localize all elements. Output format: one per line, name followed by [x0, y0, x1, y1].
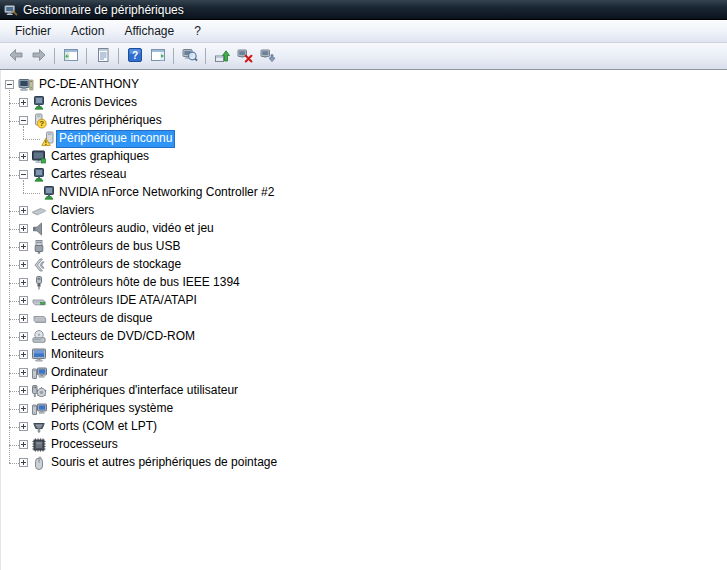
expander-plus-icon[interactable]: [19, 260, 28, 269]
toolbar-button-console-tree[interactable]: [59, 45, 82, 67]
tree-item-label[interactable]: Ports (COM et LPT): [48, 418, 160, 436]
audio-icon: [31, 221, 47, 237]
toolbar-button-update-driver[interactable]: [210, 45, 233, 67]
tree-item-label[interactable]: Acronis Devices: [48, 94, 140, 112]
scan-hardware-icon: [182, 47, 198, 66]
tree-item-label[interactable]: Contrôleurs de stockage: [48, 256, 184, 274]
toolbar-button-uninstall[interactable]: [233, 45, 256, 67]
tree-connector-line: [9, 283, 19, 284]
tree-row: NVIDIA nForce Networking Controller #2: [1, 184, 727, 202]
expander-plus-icon[interactable]: [19, 440, 28, 449]
tree-row: Contrôleurs audio, vidéo et jeu: [1, 220, 727, 238]
tree-row: ?Autres périphériques: [1, 112, 727, 130]
expander-plus-icon[interactable]: [19, 278, 28, 287]
tree-item-label[interactable]: Lecteurs de DVD/CD-ROM: [48, 328, 198, 346]
tree-connector-line: [9, 121, 19, 122]
toolbar-button-forward[interactable]: [27, 45, 50, 67]
tree-item-label[interactable]: Périphérique inconnu: [56, 130, 175, 148]
tree-item-label[interactable]: Lecteurs de disque: [48, 310, 155, 328]
processor-icon: [31, 437, 47, 453]
tree-row: Contrôleurs de bus USB: [1, 238, 727, 256]
menu-item-action[interactable]: Action: [61, 21, 114, 41]
expander-plus-icon[interactable]: [19, 368, 28, 377]
toolbar: ?: [0, 43, 727, 70]
tree-row: Contrôleurs de stockage: [1, 256, 727, 274]
expander-minus-icon[interactable]: [19, 170, 28, 179]
toolbar-button-properties[interactable]: [91, 45, 114, 67]
toolbar-button-scan-hardware[interactable]: [178, 45, 201, 67]
expander-plus-icon[interactable]: [19, 152, 28, 161]
computer-system-icon: [31, 365, 47, 381]
tree-item-label[interactable]: Contrôleurs de bus USB: [48, 238, 183, 256]
menu-item-aide[interactable]: ?: [184, 21, 211, 41]
expander-plus-icon[interactable]: [19, 332, 28, 341]
tree-item-label[interactable]: Cartes réseau: [48, 166, 129, 184]
unknown-category-icon: ?: [31, 113, 47, 129]
menu-item-fichier[interactable]: Fichier: [5, 21, 61, 41]
toolbar-separator: [86, 48, 87, 64]
tree-connector-line: [9, 157, 19, 158]
expander-plus-icon[interactable]: [19, 98, 28, 107]
tree-item-label[interactable]: Périphériques d'interface utilisateur: [48, 382, 241, 400]
tree-connector-line: [9, 463, 19, 464]
tree-item-label[interactable]: Souris et autres périphériques de pointa…: [48, 454, 280, 472]
unknown-device-icon: [41, 131, 57, 147]
tree-item-label[interactable]: Processeurs: [48, 436, 121, 454]
toolbar-button-help[interactable]: ?: [123, 45, 146, 67]
tree-item-label[interactable]: Contrôleurs IDE ATA/ATAPI: [48, 292, 200, 310]
tree-row: Souris et autres périphériques de pointa…: [1, 454, 727, 472]
expander-plus-icon[interactable]: [19, 422, 28, 431]
tree-item-label[interactable]: Moniteurs: [48, 346, 107, 364]
toolbar-button-disable[interactable]: [256, 45, 279, 67]
toolbar-separator: [118, 48, 119, 64]
tree-item-label[interactable]: PC-DE-ANTHONY: [36, 76, 142, 94]
tree-item-label[interactable]: Contrôleurs hôte de bus IEEE 1394: [48, 274, 243, 292]
tree-row: Contrôleurs hôte de bus IEEE 1394: [1, 274, 727, 292]
tree-item-label[interactable]: NVIDIA nForce Networking Controller #2: [56, 184, 277, 202]
help-icon: ?: [127, 47, 143, 66]
menu-bar: FichierActionAffichage?: [0, 20, 727, 43]
expander-plus-icon[interactable]: [19, 224, 28, 233]
expander-minus-icon[interactable]: [19, 116, 28, 125]
tree-connector-line: [23, 193, 40, 194]
toolbar-button-back[interactable]: [4, 45, 27, 67]
svg-text:?: ?: [131, 50, 137, 61]
tree-item-label[interactable]: Ordinateur: [48, 364, 111, 382]
tree-row: Claviers: [1, 202, 727, 220]
usb-icon: [31, 239, 47, 255]
tree-connector-line: [9, 445, 19, 446]
properties-icon: [95, 47, 111, 66]
expander-plus-icon[interactable]: [19, 242, 28, 251]
tree-item-label[interactable]: Autres périphériques: [48, 112, 165, 130]
tree-item-label[interactable]: Périphériques système: [48, 400, 176, 418]
expander-plus-icon[interactable]: [19, 206, 28, 215]
expander-minus-icon[interactable]: [5, 80, 14, 89]
hid-device-icon: [31, 383, 47, 399]
dvd-drive-icon: [31, 329, 47, 345]
menu-item-affichage[interactable]: Affichage: [114, 21, 184, 41]
tree-row: Processeurs: [1, 436, 727, 454]
toolbar-button-action-pane[interactable]: [146, 45, 169, 67]
expander-plus-icon[interactable]: [19, 314, 28, 323]
expander-plus-icon[interactable]: [19, 350, 28, 359]
toolbar-separator: [173, 48, 174, 64]
device-tree: PC-DE-ANTHONYAcronis Devices?Autres péri…: [1, 70, 727, 570]
tree-row: Cartes graphiques: [1, 148, 727, 166]
computer-system-icon: [31, 401, 47, 417]
network-adapter-icon: [41, 185, 57, 201]
update-driver-icon: [214, 47, 230, 66]
tree-row: Lecteurs de DVD/CD-ROM: [1, 328, 727, 346]
expander-plus-icon[interactable]: [19, 296, 28, 305]
expander-plus-icon[interactable]: [19, 458, 28, 467]
expander-plus-icon[interactable]: [19, 404, 28, 413]
expander-plus-icon[interactable]: [19, 386, 28, 395]
tree-connector-line: [9, 175, 19, 176]
tree-row: Périphériques d'interface utilisateur: [1, 382, 727, 400]
tree-item-label[interactable]: Cartes graphiques: [48, 148, 152, 166]
tree-connector-line: [23, 130, 24, 139]
tree-item-label[interactable]: Contrôleurs audio, vidéo et jeu: [48, 220, 217, 238]
tree-row: Périphérique inconnu: [1, 130, 727, 148]
tree-item-label[interactable]: Claviers: [48, 202, 97, 220]
tree-row: Ports (COM et LPT): [1, 418, 727, 436]
tree-connector-line: [9, 355, 19, 356]
